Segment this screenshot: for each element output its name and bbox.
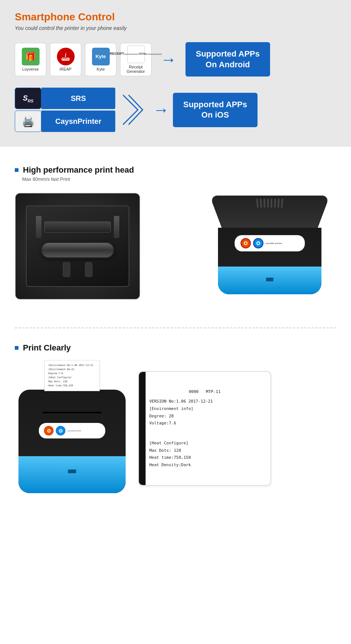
receipt-line5: [Heat Configure] <box>149 440 260 447</box>
chevron-svg <box>121 93 143 126</box>
paper-text-content: [Environment No:1.06 2017-12-21 [Environ… <box>48 363 96 388</box>
receipt-line4: Voltage:7.6 <box>149 420 260 427</box>
print-head-title: High performance print head <box>15 165 336 175</box>
receipt-line6: Max Dots: 128 <box>149 447 260 454</box>
printer-with-paper: [Environment No:1.06 2017-12-21 [Environ… <box>15 360 129 493</box>
android-badge-line1: Supported APPs <box>196 49 260 58</box>
kyte-app: Kyte Kyte <box>85 43 116 76</box>
full-printer-image: portable printer <box>203 191 336 302</box>
print-bar <box>44 221 111 233</box>
receipt-spacer <box>149 429 260 437</box>
receipt-closeup: 0000 MTP-11 VERSION No:1.06 2017-12-21 [… <box>138 371 271 486</box>
paper-left-edge <box>139 372 146 485</box>
usb-port-left <box>68 470 76 473</box>
printer-images-row: portable printer <box>15 191 336 302</box>
ios-supported-badge: Supported APPs On iOS <box>173 93 258 127</box>
usb-port <box>266 278 273 281</box>
ireap-icon: i PRO <box>57 48 75 65</box>
srs-icon-box: SRS <box>15 88 41 109</box>
ios-badge-line2: On iOS <box>201 110 229 119</box>
kyte-label: Kyte <box>96 67 105 71</box>
ios-app-icons: SRS SRS 🖨️ CaysnPrinter <box>15 88 115 132</box>
caysnprinter-icon: 🖨️ <box>22 115 35 128</box>
caysnprinter-row: 🖨️ CaysnPrinter <box>15 111 115 132</box>
srs-label: SRS <box>41 88 115 109</box>
brand-text-left: portable printer <box>68 430 81 432</box>
bullet-icon <box>15 168 18 172</box>
power-btn-orange <box>241 238 251 248</box>
caysnprinter-label: CaysnPrinter <box>41 111 115 132</box>
kyte-icon: Kyte <box>92 48 110 65</box>
support-left <box>63 262 70 277</box>
loyverse-label: Loyverse <box>22 67 39 71</box>
receipt-app: RECEIPT ═══════ TOTAL ═══════ ReceiptGen… <box>120 43 151 76</box>
receipt-header: 0000 MTP-11 <box>149 388 260 396</box>
bottom-supports <box>63 262 92 277</box>
main-roller <box>41 242 115 258</box>
receipt-line3: Degree: 28 <box>149 413 260 420</box>
srs-icon: SRS <box>15 88 41 109</box>
ios-chevron-arrow <box>121 93 143 126</box>
ireap-label: iREAP <box>59 67 71 71</box>
printer-body-left: portable printer <box>18 390 126 493</box>
printer-ridges <box>210 196 330 210</box>
power-btn-left <box>44 426 54 435</box>
print-head-closeup <box>15 193 140 300</box>
android-supported-badge: Supported APPs On Android <box>185 42 270 77</box>
print-head-section: High performance print head Max 80mm/s f… <box>0 147 351 324</box>
mechanism-body <box>26 206 129 287</box>
ios-apps-row: SRS SRS 🖨️ CaysnPrinter → <box>15 88 336 132</box>
printer-top-flap <box>210 196 330 228</box>
power-btn-left-blue <box>56 426 65 435</box>
receipt-line7: Heat time:750,150 <box>149 454 260 461</box>
rail-left <box>36 216 41 238</box>
ios-blue-arrow: → <box>153 101 169 119</box>
loyverse-app: 🎁 Loyverse <box>15 43 46 76</box>
bullet-icon-2 <box>15 346 18 350</box>
power-btn-blue <box>253 238 263 248</box>
ios-badge-line1: Supported APPs <box>183 100 247 109</box>
printer-brand-text: portable printer <box>266 242 282 245</box>
paper-output: [Environment No:1.06 2017-12-21 [Environ… <box>44 360 100 391</box>
smartphone-section: Smartphone Control You could control the… <box>0 0 351 147</box>
print-clearly-section: Print Clearly [Environment No:1.06 2017-… <box>0 339 351 508</box>
rail-right <box>114 216 119 238</box>
printer-blue-bottom <box>218 267 321 294</box>
receipt-line1: VERSION No:1.06 2017-12-21 <box>149 398 260 405</box>
printer-main-body: portable printer <box>218 228 321 294</box>
top-rails <box>36 216 119 238</box>
section-title: Smartphone Control <box>15 11 336 23</box>
loyverse-icon: 🎁 <box>22 48 40 65</box>
receipt-icon: RECEIPT ═══════ TOTAL ═══════ <box>127 45 145 63</box>
print-clearly-title: Print Clearly <box>15 343 336 353</box>
print-clearly-images: [Environment No:1.06 2017-12-21 [Environ… <box>15 360 336 493</box>
receipt-text: 0000 MTP-11 VERSION No:1.06 2017-12-21 [… <box>149 388 260 469</box>
printer-label: portable printer <box>235 235 305 251</box>
caysnprinter-icon-box: 🖨️ <box>15 111 41 132</box>
printer-label-left: portable printer <box>39 423 105 438</box>
section-divider <box>15 328 336 328</box>
blue-strip-left <box>18 456 126 493</box>
android-arrow: → <box>160 50 177 69</box>
android-app-icons: 🎁 Loyverse i PRO iREAP Kyte Kyte <box>15 43 151 76</box>
paper-slot <box>42 412 102 413</box>
printer-body-container: portable printer <box>214 198 325 294</box>
print-head-subtitle: Max 80mm/s fast Print <box>22 176 336 182</box>
ireap-app: i PRO iREAP <box>50 43 81 76</box>
receipt-line8: Heat Density:Dark <box>149 461 260 469</box>
receipt-label: ReceiptGenerator <box>127 65 145 74</box>
srs-row: SRS SRS <box>15 88 115 109</box>
section-subtitle: You could control the printer in your ph… <box>15 25 336 31</box>
receipt-line2: [Environment info] <box>149 405 260 413</box>
android-badge-line2: On Android <box>205 60 250 69</box>
android-apps-row: 🎁 Loyverse i PRO iREAP Kyte Kyte <box>15 42 336 77</box>
support-right <box>85 262 92 277</box>
